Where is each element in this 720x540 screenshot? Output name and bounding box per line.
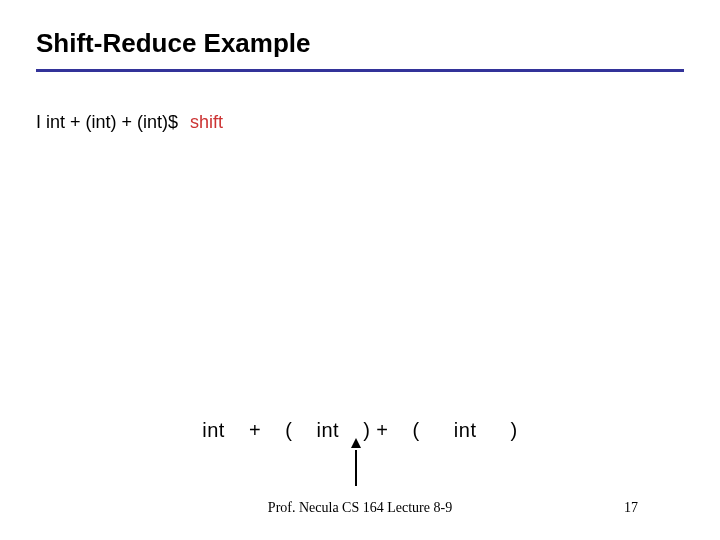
token-int-3: int — [454, 419, 477, 441]
title-underline — [36, 69, 684, 72]
token-lparen-2: ( — [413, 419, 420, 441]
parse-state: I int + (int) + (int)$ — [36, 112, 178, 133]
arrow-line — [355, 450, 357, 486]
token-int-2: int — [316, 419, 339, 441]
token-plus-1: + — [249, 419, 261, 441]
page-number: 17 — [624, 500, 638, 516]
arrow-pointer — [355, 444, 357, 486]
token-rparen-2: ) — [511, 419, 518, 441]
token-int-1: int — [202, 419, 225, 441]
footer-text: Prof. Necula CS 164 Lecture 8-9 — [268, 500, 452, 516]
token-rparen-plus: ) + — [363, 419, 388, 441]
parse-line: I int + (int) + (int)$ shift — [36, 112, 684, 133]
parse-action: shift — [190, 112, 223, 133]
slide-title: Shift-Reduce Example — [36, 28, 684, 59]
slide: Shift-Reduce Example I int + (int) + (in… — [0, 0, 720, 540]
arrow-head-icon — [351, 438, 361, 448]
token-lparen-1: ( — [285, 419, 292, 441]
